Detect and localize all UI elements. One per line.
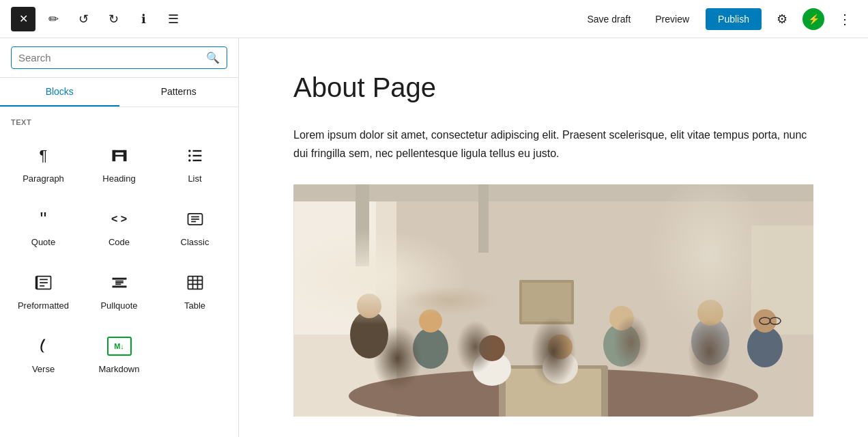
section-label-text: TEXT bbox=[0, 107, 238, 132]
list-icon bbox=[183, 143, 207, 168]
block-label-preformatted: Preformatted bbox=[18, 300, 69, 311]
pullquote-icon bbox=[107, 270, 132, 295]
block-label-pullquote: Pullquote bbox=[100, 300, 137, 311]
table-icon bbox=[183, 270, 207, 295]
sidebar: 🔍 Blocks Patterns TEXT ¶ Paragraph bbox=[0, 38, 239, 437]
main-layout: 🔍 Blocks Patterns TEXT ¶ Paragraph bbox=[0, 38, 868, 437]
save-draft-button[interactable]: Save draft bbox=[579, 10, 639, 29]
code-icon: < > bbox=[107, 207, 132, 231]
page-image bbox=[293, 184, 813, 417]
quote-icon: " bbox=[31, 207, 56, 231]
block-item-table[interactable]: Table bbox=[157, 259, 233, 322]
block-item-classic[interactable]: Classic bbox=[157, 195, 233, 259]
preformatted-icon bbox=[31, 270, 56, 295]
markdown-icon: M↓ bbox=[107, 334, 132, 358]
block-label-code: Code bbox=[108, 237, 130, 247]
image-overlay bbox=[293, 184, 813, 417]
block-label-classic: Classic bbox=[181, 237, 209, 247]
block-item-heading[interactable]: Heading bbox=[81, 132, 157, 195]
close-button[interactable]: ✕ bbox=[11, 7, 35, 31]
block-label-markdown: Markdown bbox=[99, 364, 140, 374]
search-wrapper: 🔍 bbox=[11, 46, 227, 69]
block-item-markdown[interactable]: M↓ Markdown bbox=[81, 322, 157, 386]
block-item-preformatted[interactable]: Preformatted bbox=[5, 259, 81, 322]
paragraph-icon: ¶ bbox=[31, 143, 56, 168]
block-label-list: List bbox=[188, 173, 201, 184]
redo-button[interactable]: ↻ bbox=[101, 7, 126, 31]
tab-patterns[interactable]: Patterns bbox=[119, 78, 239, 107]
block-item-verse[interactable]: Verse bbox=[5, 322, 81, 386]
classic-icon bbox=[183, 207, 207, 231]
toolbar-left: ✕ ✏ ↺ ↻ ℹ ☰ bbox=[11, 7, 186, 31]
svg-rect-21 bbox=[188, 277, 202, 290]
info-button[interactable]: ℹ bbox=[131, 7, 156, 31]
page-image-inner bbox=[293, 184, 813, 417]
block-item-paragraph[interactable]: ¶ Paragraph bbox=[5, 132, 81, 195]
heading-icon bbox=[107, 143, 132, 168]
markdown-badge: M↓ bbox=[107, 337, 132, 356]
search-container: 🔍 bbox=[0, 38, 238, 78]
preview-button[interactable]: Preview bbox=[647, 10, 697, 29]
block-label-table: Table bbox=[184, 300, 205, 311]
more-options-button[interactable]: ⋮ bbox=[833, 7, 857, 31]
avatar[interactable]: ⚡ bbox=[802, 8, 824, 30]
settings-button[interactable]: ⚙ bbox=[770, 7, 794, 31]
tabs: Blocks Patterns bbox=[0, 78, 238, 107]
block-item-code[interactable]: < > Code bbox=[81, 195, 157, 259]
edit-tool-button[interactable]: ✏ bbox=[41, 7, 66, 31]
block-label-heading: Heading bbox=[102, 173, 135, 184]
block-item-quote[interactable]: " Quote bbox=[5, 195, 81, 259]
search-input[interactable] bbox=[18, 52, 201, 64]
list-view-button[interactable]: ☰ bbox=[161, 7, 186, 31]
undo-button[interactable]: ↺ bbox=[71, 7, 96, 31]
block-item-pullquote[interactable]: Pullquote bbox=[81, 259, 157, 322]
search-icon[interactable]: 🔍 bbox=[206, 51, 220, 64]
publish-button[interactable]: Publish bbox=[706, 8, 762, 30]
toolbar-right: Save draft Preview Publish ⚙ ⚡ ⋮ bbox=[579, 7, 857, 31]
content-area: About Page Lorem ipsum dolor sit amet, c… bbox=[239, 38, 868, 437]
page-body-text: Lorem ipsum dolor sit amet, consectetur … bbox=[293, 126, 813, 163]
svg-rect-0 bbox=[115, 150, 124, 153]
block-label-paragraph: Paragraph bbox=[23, 173, 64, 184]
verse-icon bbox=[31, 334, 56, 358]
page-title: About Page bbox=[293, 71, 813, 104]
block-label-quote: Quote bbox=[31, 237, 55, 247]
blocks-grid: ¶ Paragraph Heading bbox=[0, 132, 238, 386]
block-item-list[interactable]: List bbox=[157, 132, 233, 195]
tab-blocks[interactable]: Blocks bbox=[0, 78, 119, 107]
block-label-verse: Verse bbox=[32, 364, 55, 374]
toolbar: ✕ ✏ ↺ ↻ ℹ ☰ Save draft Preview Publish ⚙… bbox=[0, 0, 868, 38]
